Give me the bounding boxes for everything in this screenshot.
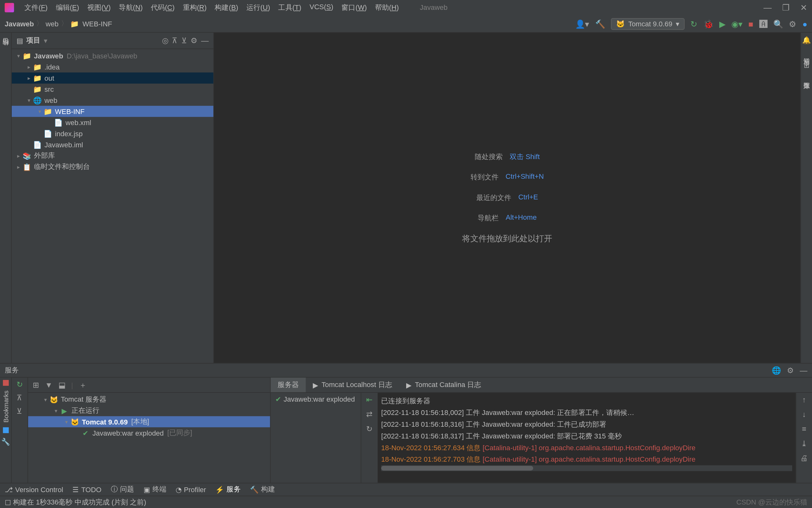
menu-run[interactable]: 运行(U): [243, 2, 274, 14]
collapse-icon[interactable]: ⊻: [16, 407, 22, 416]
services-tab-catalina-log[interactable]: ▶Tomcat Catalina 日志: [399, 378, 488, 392]
services-tomcat-root[interactable]: ▾🐱 Tomcat 服务器: [28, 394, 270, 405]
collapse-all-icon[interactable]: ⊻: [181, 36, 187, 45]
tab-vcs[interactable]: ⎇Version Control: [5, 485, 63, 494]
notifications-icon[interactable]: 🔔: [802, 36, 811, 44]
tree-web[interactable]: ▾🌐 web: [12, 95, 213, 106]
breadcrumb[interactable]: Javaweb 〉 web 〉 📁 WEB-INF: [5, 19, 112, 29]
menu-edit[interactable]: 编辑(E): [52, 2, 83, 14]
tomcat-icon: 🐱: [616, 20, 625, 28]
tree-out[interactable]: ▸📁 out: [12, 72, 213, 84]
link-icon[interactable]: ⇄: [366, 410, 373, 419]
menu-tools[interactable]: 工具(T): [275, 2, 305, 14]
services-gear-icon[interactable]: ⚙: [787, 366, 794, 375]
add-icon[interactable]: ＋: [79, 380, 87, 390]
info-icon: ⓘ: [111, 484, 118, 494]
print-icon[interactable]: 🖨: [800, 454, 808, 463]
expand-all-icon[interactable]: ⊼: [172, 36, 177, 45]
tree-extlib[interactable]: ▸📚 外部库: [12, 150, 213, 161]
run-icon[interactable]: ▶: [719, 19, 726, 28]
breadcrumb-item[interactable]: web: [46, 20, 59, 28]
database-tab[interactable]: 数据库: [802, 75, 811, 80]
hammer-icon[interactable]: 🔨: [595, 19, 605, 28]
folder-icon: 📁: [70, 20, 79, 28]
expand-icon[interactable]: ⊼: [16, 393, 22, 402]
debug-icon[interactable]: 🐞: [703, 19, 713, 28]
gear-icon[interactable]: ⚙: [190, 36, 198, 45]
tree-scratch[interactable]: ▸📋 临时文件和控制台: [12, 161, 213, 172]
minimize-button[interactable]: —: [763, 3, 772, 12]
tree-webxml[interactable]: 📄 web.xml: [12, 117, 213, 128]
tab-todo[interactable]: ☰TODO: [73, 485, 101, 494]
breadcrumb-item[interactable]: WEB-INF: [83, 20, 112, 28]
tab-terminal[interactable]: ▣终端: [143, 484, 166, 494]
console-scrollbar[interactable]: [381, 465, 792, 471]
stop-icon[interactable]: ■: [749, 19, 754, 28]
console-output[interactable]: 已连接到服务器 [2022-11-18 01:56:18,002] 工件 Jav…: [378, 393, 796, 483]
menu-help[interactable]: 帮助(H): [372, 2, 402, 14]
menu-window[interactable]: 窗口(W): [338, 2, 370, 14]
filter-icon[interactable]: ▼: [45, 380, 53, 389]
deploy-icon[interactable]: ⇤: [366, 395, 373, 404]
tab-build[interactable]: 🔨构建: [250, 484, 275, 494]
coverage-icon[interactable]: ◉▾: [731, 19, 742, 28]
hint-label: 最近的文件: [476, 193, 511, 203]
tree-webinf[interactable]: ▾📁 WEB-INF: [12, 106, 213, 117]
services-running[interactable]: ▾▶ 正在运行: [28, 405, 270, 416]
up-icon[interactable]: ↑: [802, 395, 806, 404]
tab-problems[interactable]: ⓘ问题: [111, 484, 134, 494]
tree-idea[interactable]: ▸📁 .idea: [12, 61, 213, 72]
scroll-end-icon[interactable]: ⤓: [801, 439, 807, 448]
status-icon[interactable]: ☐: [5, 498, 11, 506]
maximize-button[interactable]: ❐: [782, 3, 790, 12]
tree-src[interactable]: 📁 src: [12, 84, 213, 95]
services-tomcat-node[interactable]: ▾🐱 Tomcat 9.0.69 [本地]: [28, 416, 270, 427]
database-icon[interactable]: 🗄: [803, 60, 810, 69]
hide-icon[interactable]: —: [201, 36, 209, 45]
tab-profiler[interactable]: ◔Profiler: [176, 485, 206, 494]
menu-view[interactable]: 视图(V): [84, 2, 114, 14]
translate-icon[interactable]: 🅰: [759, 19, 768, 28]
project-view-dropdown[interactable]: ▾: [44, 37, 47, 45]
menu-refactor[interactable]: 重构(R): [179, 2, 210, 14]
wrench-icon[interactable]: 🔧: [1, 438, 10, 446]
deploy-artifact[interactable]: ✔ Javaweb:war exploded: [275, 395, 356, 404]
services-hide-icon[interactable]: —: [800, 366, 807, 375]
project-view-icon[interactable]: ▤: [16, 37, 23, 45]
tree-iml[interactable]: 📄 Javaweb.iml: [12, 139, 213, 150]
settings-icon[interactable]: ⚙: [789, 19, 797, 28]
refresh-icon[interactable]: ↻: [366, 424, 373, 433]
select-opened-icon[interactable]: ◎: [162, 36, 168, 45]
run-config-label: Tomcat 9.0.69: [628, 20, 672, 28]
rerun-icon[interactable]: ↻: [690, 19, 697, 28]
check-icon: ✔: [275, 395, 281, 404]
layout-icon[interactable]: ⬓: [58, 380, 66, 389]
close-button[interactable]: ✕: [800, 3, 807, 12]
structure-tab[interactable]: 结构: [1, 49, 10, 53]
menu-vcs[interactable]: VCS(S): [306, 2, 337, 14]
tree-indexjsp[interactable]: 📄 index.jsp: [12, 128, 213, 139]
menu-build[interactable]: 构建(B): [211, 2, 242, 14]
breadcrumb-item[interactable]: Javaweb: [5, 20, 34, 28]
run-config-dropdown[interactable]: 🐱 Tomcat 9.0.69 ▾: [611, 18, 685, 30]
project-tool-icon[interactable]: ⊞: [3, 36, 8, 44]
breadcrumb-sep: 〉: [36, 19, 43, 29]
rerun-icon[interactable]: ↻: [16, 380, 23, 389]
account-icon[interactable]: ●: [803, 19, 808, 28]
down-icon[interactable]: ↓: [802, 410, 806, 419]
menu-code[interactable]: 代码(C): [147, 2, 178, 14]
bookmarks-tab[interactable]: Bookmarks: [2, 390, 9, 423]
services-tab-server[interactable]: 服务器: [270, 378, 305, 392]
notifications-tab[interactable]: 通知: [802, 50, 811, 55]
menu-file[interactable]: 文件(F): [21, 2, 51, 14]
add-user-icon[interactable]: 👤▾: [575, 19, 589, 28]
tab-services[interactable]: ⚡服务: [215, 484, 241, 494]
menu-navigate[interactable]: 导航(N): [115, 2, 146, 14]
tree-root[interactable]: ▾📁 Javaweb D:\java_base\Javaweb: [12, 50, 213, 61]
services-tab-localhost-log[interactable]: ▶Tomcat Localhost 日志: [306, 378, 399, 392]
group-icon[interactable]: ⊞: [33, 380, 39, 389]
services-artifact[interactable]: ✔ Javaweb:war exploded [已同步]: [28, 427, 270, 438]
search-icon[interactable]: 🔍: [773, 19, 783, 28]
services-web-icon[interactable]: 🌐: [772, 366, 781, 375]
softwrap-icon[interactable]: ≡: [802, 424, 806, 433]
